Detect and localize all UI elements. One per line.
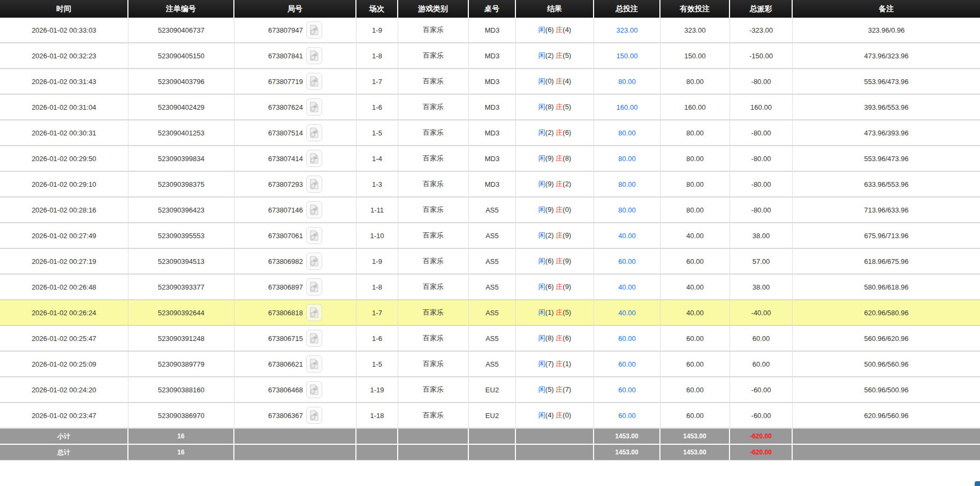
total-bet-link[interactable]: 150.00: [617, 52, 638, 60]
result-cell: 闲(9) 庄(8): [516, 146, 594, 172]
table-row[interactable]: 2026-01-02 00:31:43 523090403796 6738077…: [0, 69, 980, 95]
round-id-value: 673806818: [268, 309, 303, 317]
total-bet-link[interactable]: 80.00: [618, 78, 636, 86]
result-player-label: 闲: [538, 128, 545, 136]
time-cell: 2026-01-02 00:24:20: [0, 377, 128, 403]
result-banker-score: (9): [563, 257, 571, 265]
total-bet-link[interactable]: 60.00: [618, 412, 636, 420]
summary-payout-cell: -620.00: [730, 445, 793, 460]
video-replay-file-icon: [309, 410, 319, 421]
total-bet-cell: 60.00: [594, 326, 660, 352]
payout-cell: 38.00: [730, 275, 793, 300]
table-row[interactable]: 2026-01-02 00:31:04 523090402429 6738076…: [0, 95, 980, 120]
table-row[interactable]: 2026-01-02 00:26:24 523090392644 6738068…: [0, 300, 980, 326]
total-bet-link[interactable]: 40.00: [618, 309, 636, 317]
result-cell: 闲(2) 庄(5): [516, 43, 594, 69]
round-id-value: 673806367: [268, 412, 303, 420]
total-bet-link[interactable]: 60.00: [618, 386, 636, 394]
bet-id-cell: 523090396423: [128, 198, 234, 223]
result-banker-label: 庄: [556, 257, 563, 265]
total-bet-link[interactable]: 80.00: [618, 206, 636, 214]
table-row[interactable]: 2026-01-02 00:27:19 523090394513 6738069…: [0, 249, 980, 275]
result-player-score: (1): [545, 308, 554, 316]
table-row[interactable]: 2026-01-02 00:24:20 523090388160 6738064…: [0, 377, 980, 403]
result-player-label: 闲: [538, 334, 545, 342]
table-row[interactable]: 2026-01-02 00:32:23 523090405150 6738078…: [0, 43, 980, 69]
time-cell: 2026-01-02 00:27:49: [0, 223, 128, 249]
summary-empty-cell: [234, 445, 356, 460]
video-replay-button[interactable]: [306, 278, 322, 295]
game-type-cell: 百家乐: [398, 403, 469, 429]
table-id-cell: EU2: [469, 377, 516, 403]
payout-cell: -80.00: [730, 69, 793, 95]
total-bet-cell: 60.00: [594, 377, 660, 403]
total-bet-link[interactable]: 80.00: [618, 180, 636, 188]
game-type-cell: 百家乐: [398, 377, 469, 403]
total-bet-link[interactable]: 40.00: [618, 283, 636, 291]
total-bet-link[interactable]: 80.00: [618, 155, 636, 163]
video-replay-file-icon: [309, 307, 319, 318]
video-replay-button[interactable]: [306, 227, 322, 244]
video-replay-button[interactable]: [306, 98, 322, 116]
total-bet-link[interactable]: 60.00: [618, 360, 636, 368]
total-bet-link[interactable]: 40.00: [618, 232, 636, 240]
time-cell: 2026-01-02 00:31:43: [0, 69, 128, 95]
remark-cell: 560.96/500.96: [793, 377, 980, 403]
video-replay-file-icon: [309, 384, 319, 395]
session-cell: 1-8: [356, 275, 398, 300]
game-type-cell: 百家乐: [398, 18, 469, 43]
total-bet-link[interactable]: 323.00: [617, 26, 638, 34]
total-bet-link[interactable]: 60.00: [618, 335, 636, 343]
video-replay-button[interactable]: [306, 304, 322, 321]
video-replay-button[interactable]: [306, 355, 322, 373]
total-bet-link[interactable]: 160.00: [617, 103, 638, 111]
bet-id-cell: 523090388160: [128, 377, 234, 403]
round-id-cell: 673806715: [234, 326, 356, 352]
bet-id-cell: 523090406737: [128, 18, 234, 43]
video-replay-button[interactable]: [306, 407, 322, 424]
table-id-cell: MD3: [469, 43, 516, 69]
table-row[interactable]: 2026-01-02 00:25:09 523090389779 6738066…: [0, 352, 980, 377]
bet-id-cell: 523090402429: [128, 95, 234, 120]
table-row[interactable]: 2026-01-02 00:30:31 523090401253 6738075…: [0, 120, 980, 146]
table-row[interactable]: 2026-01-02 00:27:49 523090395553 6738070…: [0, 223, 980, 249]
video-replay-button[interactable]: [306, 21, 322, 39]
video-replay-button[interactable]: [306, 201, 322, 218]
time-cell: 2026-01-02 00:31:04: [0, 95, 128, 120]
total-bet-cell: 323.00: [594, 18, 660, 43]
video-replay-button[interactable]: [306, 124, 322, 141]
valid-bet-cell: 150.00: [660, 43, 730, 69]
table-row[interactable]: 2026-01-02 00:33:03 523090406737 6738079…: [0, 18, 980, 43]
table-row[interactable]: 2026-01-02 00:23:47 523090386970 6738063…: [0, 403, 980, 429]
video-replay-button[interactable]: [306, 47, 322, 64]
time-cell: 2026-01-02 00:26:48: [0, 275, 128, 300]
summary-count-cell: 16: [128, 445, 234, 460]
session-cell: 1-6: [356, 95, 398, 120]
video-replay-button[interactable]: [306, 73, 322, 90]
total-bet-link[interactable]: 80.00: [618, 129, 636, 137]
result-cell: 闲(0) 庄(4): [516, 69, 594, 95]
result-player-label: 闲: [538, 154, 545, 162]
result-player-score: (2): [545, 51, 554, 59]
total-bet-cell: 150.00: [594, 43, 660, 69]
round-id-value: 673807414: [268, 155, 303, 163]
table-row[interactable]: 2026-01-02 00:28:16 523090396423 6738071…: [0, 198, 980, 223]
round-id-cell: 673806818: [234, 300, 356, 326]
video-replay-button[interactable]: [306, 381, 322, 398]
table-row[interactable]: 2026-01-02 00:25:47 523090391248 6738067…: [0, 326, 980, 352]
video-replay-button[interactable]: [306, 150, 322, 167]
video-replay-button[interactable]: [306, 330, 322, 347]
table-row[interactable]: 2026-01-02 00:29:50 523090399834 6738074…: [0, 146, 980, 172]
result-banker-score: (6): [563, 334, 571, 342]
video-replay-button[interactable]: [306, 253, 322, 270]
remark-cell: 675.96/713.96: [793, 223, 980, 249]
valid-bet-cell: 40.00: [660, 300, 730, 326]
result-player-label: 闲: [538, 180, 545, 188]
floating-button-fragment[interactable]: [975, 481, 980, 486]
table-row[interactable]: 2026-01-02 00:26:48 523090393377 6738068…: [0, 275, 980, 300]
video-replay-button[interactable]: [306, 176, 322, 193]
session-cell: 1-9: [356, 18, 398, 43]
total-bet-link[interactable]: 60.00: [618, 257, 636, 265]
result-banker-label: 庄: [556, 154, 563, 162]
table-row[interactable]: 2026-01-02 00:29:10 523090398375 6738072…: [0, 172, 980, 198]
